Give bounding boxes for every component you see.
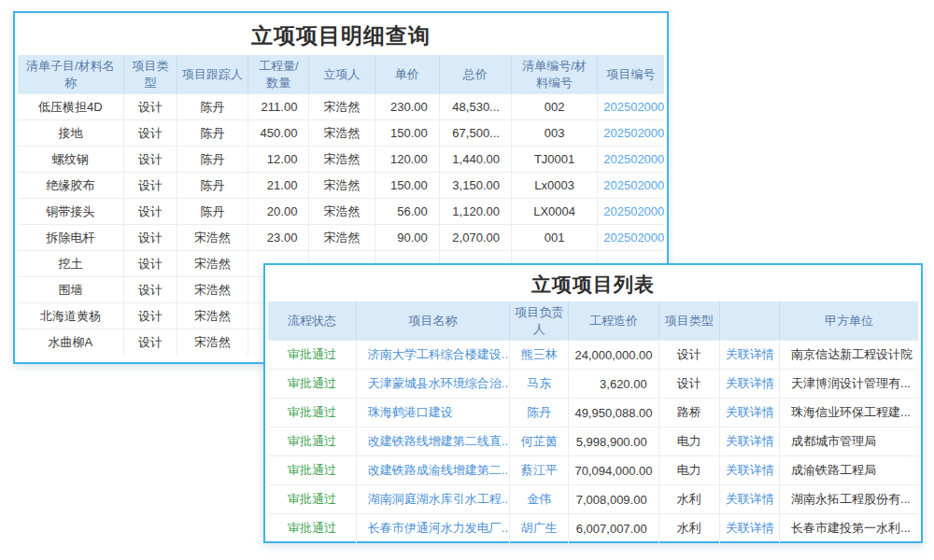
project-list-title: 立项项目列表 xyxy=(268,268,918,301)
list-no-cell: 001 xyxy=(511,225,597,251)
project-no-link[interactable]: 2025020004 xyxy=(598,173,664,199)
material-name-cell: 铜带接头 xyxy=(18,199,123,225)
table-row: 低压横担4D 设计 陈丹 211.00 宋浩然 230.00 48,530...… xyxy=(18,94,664,120)
unit-price-cell: 230.00 xyxy=(375,94,439,120)
material-name-cell: 挖土 xyxy=(18,251,123,277)
type-cell: 水利 xyxy=(658,485,719,514)
column-header-list-no: 清单编号/材料编号 xyxy=(511,55,597,94)
table-row: 审批通过 珠海鹤港口建设 陈丹 49,950,088.00 路桥 关联详情 珠海… xyxy=(268,399,918,427)
client-cell: 成都城市管理局 xyxy=(780,427,918,456)
unit-price-cell: 56.00 xyxy=(375,199,439,225)
manager-link[interactable]: 陈丹 xyxy=(510,399,569,427)
table-row: 审批通过 长春市伊通河水力发电厂... 胡广生 6,007,007.00 水利 … xyxy=(268,514,918,543)
project-name-link[interactable]: 天津蒙城县水环境综合治... xyxy=(356,370,509,399)
total-price-cell: 1,120.00 xyxy=(439,199,511,225)
project-name-link[interactable]: 长春市伊通河水力发电厂... xyxy=(356,514,509,543)
client-cell: 珠海信业环保工程建... xyxy=(780,399,918,427)
project-no-link[interactable]: 2025020003 xyxy=(598,225,664,251)
status-badge: 审批通过 xyxy=(268,514,356,543)
project-name-link[interactable]: 改建铁路成渝线增建第二... xyxy=(356,456,509,485)
unit-price-cell: 150.00 xyxy=(375,173,439,199)
total-price-cell: 48,530... xyxy=(439,94,511,120)
tracker-cell: 宋浩然 xyxy=(177,277,248,303)
material-name-cell: 围墙 xyxy=(18,277,123,303)
detail-link[interactable]: 关联详情 xyxy=(719,514,779,543)
manager-link[interactable]: 何芷茵 xyxy=(510,427,569,456)
material-name-cell: 北海道黄杨 xyxy=(18,303,123,329)
detail-link[interactable]: 关联详情 xyxy=(719,370,779,399)
tracker-cell: 陈丹 xyxy=(177,173,248,199)
project-type-cell: 设计 xyxy=(123,303,177,329)
list-no-cell: Lx0003 xyxy=(511,173,597,199)
detail-link[interactable]: 关联详情 xyxy=(719,456,779,485)
quantity-cell: 21.00 xyxy=(248,173,309,199)
detail-link[interactable]: 关联详情 xyxy=(719,427,779,456)
project-name-link[interactable]: 珠海鹤港口建设 xyxy=(356,399,509,427)
project-type-cell: 设计 xyxy=(123,173,177,199)
manager-link[interactable]: 马东 xyxy=(510,370,569,399)
tracker-cell: 陈丹 xyxy=(177,94,248,120)
project-no-link[interactable]: 2025020004 xyxy=(598,120,664,147)
project-no-link[interactable]: 2025020004 xyxy=(598,199,664,225)
material-name-cell: 接地 xyxy=(18,120,123,147)
total-price-cell: 3,150.00 xyxy=(439,173,511,199)
quantity-cell: 211.00 xyxy=(248,94,309,120)
project-type-cell: 设计 xyxy=(123,329,177,356)
quantity-cell: 12.00 xyxy=(248,147,309,173)
status-badge: 审批通过 xyxy=(268,370,356,399)
table-row: 审批通过 济南大学工科综合楼建设... 熊三林 24,000,000.00 设计… xyxy=(268,341,918,370)
manager-link[interactable]: 胡广生 xyxy=(510,514,569,543)
list-no-cell: 002 xyxy=(511,94,597,120)
cost-cell: 7,008,009.00 xyxy=(569,485,658,514)
table-row: 铜带接头 设计 陈丹 20.00 宋浩然 56.00 1,120.00 LX00… xyxy=(18,199,664,225)
column-header-type: 项目类型 xyxy=(658,301,719,341)
column-header-initiator: 立项人 xyxy=(309,55,375,94)
total-price-cell: 1,440.00 xyxy=(439,147,511,173)
cost-cell: 6,007,007.00 xyxy=(569,514,658,543)
project-no-link[interactable]: 2025020004 xyxy=(598,147,664,173)
project-type-cell: 设计 xyxy=(123,225,177,251)
column-header-client: 甲方单位 xyxy=(780,301,918,341)
project-name-link[interactable]: 湖南洞庭湖水库引水工程... xyxy=(356,485,509,514)
project-detail-query-title: 立项项目明细查询 xyxy=(18,16,664,55)
type-cell: 电力 xyxy=(658,427,719,456)
detail-link[interactable]: 关联详情 xyxy=(719,399,779,427)
project-type-cell: 设计 xyxy=(123,147,177,173)
type-cell: 设计 xyxy=(658,341,719,370)
column-header-project-name: 项目名称 xyxy=(356,301,509,341)
column-header-project-no: 项目编号 xyxy=(598,55,664,94)
list-no-cell: LX0004 xyxy=(511,199,597,225)
tracker-cell: 陈丹 xyxy=(177,120,248,147)
table-row: 绝缘胶布 设计 陈丹 21.00 宋浩然 150.00 3,150.00 Lx0… xyxy=(18,173,664,199)
quantity-cell: 450.00 xyxy=(248,120,309,147)
detail-link[interactable]: 关联详情 xyxy=(719,485,779,514)
cost-cell: 5,998,900.00 xyxy=(569,427,658,456)
initiator-cell: 宋浩然 xyxy=(309,199,375,225)
project-name-link[interactable]: 济南大学工科综合楼建设... xyxy=(356,341,509,370)
tracker-cell: 陈丹 xyxy=(177,147,248,173)
project-no-link[interactable]: 2025020004 xyxy=(598,94,664,120)
column-header-tracker: 项目跟踪人 xyxy=(177,55,248,94)
unit-price-cell: 90.00 xyxy=(375,225,439,251)
manager-link[interactable]: 金伟 xyxy=(510,485,569,514)
detail-link[interactable]: 关联详情 xyxy=(719,341,779,370)
column-header-manager: 项目负责人 xyxy=(510,301,569,341)
list-no-cell: TJ0001 xyxy=(511,147,597,173)
client-cell: 长春市建投第一水利... xyxy=(780,514,918,543)
cost-cell: 24,000,000.00 xyxy=(569,341,658,370)
column-header-total-price: 总价 xyxy=(439,55,511,94)
column-header-project-type: 项目类型 xyxy=(123,55,177,94)
manager-link[interactable]: 蔡江平 xyxy=(510,456,569,485)
column-header-material-name: 清单子目/材料名称 xyxy=(18,55,123,94)
type-cell: 电力 xyxy=(658,456,719,485)
column-header-quantity: 工程量/数量 xyxy=(248,55,309,94)
unit-price-cell: 120.00 xyxy=(375,147,439,173)
manager-link[interactable]: 熊三林 xyxy=(510,341,569,370)
status-badge: 审批通过 xyxy=(268,399,356,427)
project-name-link[interactable]: 改建铁路线增建第二线直... xyxy=(356,427,509,456)
client-cell: 湖南永拓工程股份有... xyxy=(780,485,918,514)
initiator-cell: 宋浩然 xyxy=(309,225,375,251)
status-badge: 审批通过 xyxy=(268,427,356,456)
table-row: 审批通过 改建铁路成渝线增建第二... 蔡江平 70,094,000.00 电力… xyxy=(268,456,918,485)
status-badge: 审批通过 xyxy=(268,341,356,370)
